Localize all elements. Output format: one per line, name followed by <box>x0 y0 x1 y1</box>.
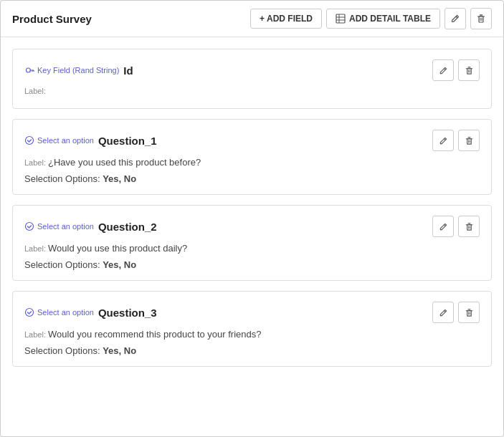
field-name-id: Id <box>123 64 133 77</box>
field-type-label-q1: Select an option <box>37 136 94 145</box>
selection-values-q1: Yes, No <box>103 173 136 184</box>
field-type-q3: Select an option <box>24 307 94 317</box>
field-type-q2: Select an option <box>24 221 94 231</box>
svg-point-24 <box>26 223 34 231</box>
edit-field-q3-button[interactable] <box>432 302 454 323</box>
field-label-text-q2: Would you use this product daily? <box>48 243 187 254</box>
field-header-q3: Select an option Question_3 <box>24 302 480 323</box>
field-label-id: Label: <box>24 87 480 95</box>
delete-field-q2-button[interactable] <box>458 216 480 237</box>
field-title-q3: Select an option Question_3 <box>24 307 157 319</box>
edit-survey-button[interactable] <box>444 8 466 29</box>
field-label-prefix-q3: Label: Would you recommend this product … <box>24 329 480 340</box>
delete-field-id-button[interactable] <box>458 59 480 81</box>
field-card-q3: Select an option Question_3 <box>12 291 492 367</box>
field-label-text-q3: Would you recommend this product to your… <box>48 329 261 340</box>
edit-field-q1-button[interactable] <box>432 130 454 151</box>
svg-point-30 <box>26 309 34 317</box>
page-title: Product Survey <box>12 13 92 25</box>
main-window: Product Survey + ADD FIELD ADD DETAIL TA… <box>0 0 504 437</box>
field-actions-q3 <box>432 302 480 323</box>
svg-rect-19 <box>467 138 471 143</box>
field-actions-q1 <box>432 130 480 151</box>
selection-values-q3: Yes, No <box>103 345 136 356</box>
trash-icon <box>465 222 474 231</box>
header-actions: + ADD FIELD ADD DETAIL TABLE <box>250 8 492 29</box>
field-label-text-q1: ¿Have you used this product before? <box>48 157 201 168</box>
svg-rect-4 <box>479 16 483 22</box>
delete-field-q3-button[interactable] <box>458 302 480 323</box>
select-option-icon <box>24 307 34 317</box>
edit-icon <box>439 136 448 145</box>
add-detail-table-label: ADD DETAIL TABLE <box>349 14 431 24</box>
field-name-q3: Question_3 <box>98 307 157 319</box>
svg-rect-0 <box>336 14 345 23</box>
field-actions-q2 <box>432 216 480 237</box>
field-header-q2: Select an option Question_2 <box>24 216 480 237</box>
selection-options-q1: Selection Options: Yes, No <box>24 173 480 184</box>
field-title-q1: Select an option Question_1 <box>24 135 157 147</box>
delete-survey-button[interactable] <box>470 8 492 29</box>
field-type-id: Key Field (Rand String) <box>24 65 119 75</box>
edit-field-id-button[interactable] <box>432 59 454 81</box>
edit-icon <box>439 222 448 231</box>
svg-point-18 <box>26 137 34 145</box>
field-type-label-q3: Select an option <box>37 308 94 317</box>
edit-field-q2-button[interactable] <box>432 216 454 237</box>
field-name-q1: Question_1 <box>98 135 157 147</box>
field-label-prefix-q1: Label: ¿Have you used this product befor… <box>24 157 480 168</box>
svg-rect-31 <box>467 310 471 315</box>
header: Product Survey + ADD FIELD ADD DETAIL TA… <box>1 1 503 37</box>
add-field-label: + ADD FIELD <box>260 14 313 24</box>
field-title-q2: Select an option Question_2 <box>24 221 157 233</box>
selection-values-q2: Yes, No <box>103 259 136 270</box>
edit-icon <box>439 308 448 317</box>
edit-icon <box>439 66 448 75</box>
trash-icon <box>465 136 474 145</box>
selection-options-q3: Selection Options: Yes, No <box>24 345 480 356</box>
select-option-icon <box>24 135 34 145</box>
field-type-label-id: Key Field (Rand String) <box>37 66 119 75</box>
field-card-q1: Select an option Question_1 <box>12 119 492 195</box>
field-actions-id <box>432 59 480 81</box>
field-header-id: Key Field (Rand String) Id <box>24 59 480 81</box>
add-field-button[interactable]: + ADD FIELD <box>250 9 322 29</box>
select-option-icon <box>24 221 34 231</box>
field-card-q2: Select an option Question_2 <box>12 205 492 281</box>
field-title-id: Key Field (Rand String) Id <box>24 64 133 77</box>
field-type-label-q2: Select an option <box>37 222 94 231</box>
edit-icon <box>450 14 460 24</box>
field-name-q2: Question_2 <box>98 221 157 233</box>
field-card-id: Key Field (Rand String) Id <box>12 49 492 109</box>
trash-icon <box>465 66 474 75</box>
fields-list: Key Field (Rand String) Id <box>1 37 503 378</box>
selection-options-q2: Selection Options: Yes, No <box>24 259 480 270</box>
delete-field-q1-button[interactable] <box>458 130 480 151</box>
svg-rect-25 <box>467 224 471 229</box>
trash-icon <box>465 308 474 317</box>
field-type-q1: Select an option <box>24 135 94 145</box>
field-header-q1: Select an option Question_1 <box>24 130 480 151</box>
key-icon <box>24 65 34 75</box>
svg-rect-13 <box>467 68 471 73</box>
add-detail-table-button[interactable]: ADD DETAIL TABLE <box>326 9 440 29</box>
table-icon <box>336 14 346 24</box>
trash-icon <box>476 14 486 24</box>
field-label-prefix-q2: Label: Would you use this product daily? <box>24 243 480 254</box>
